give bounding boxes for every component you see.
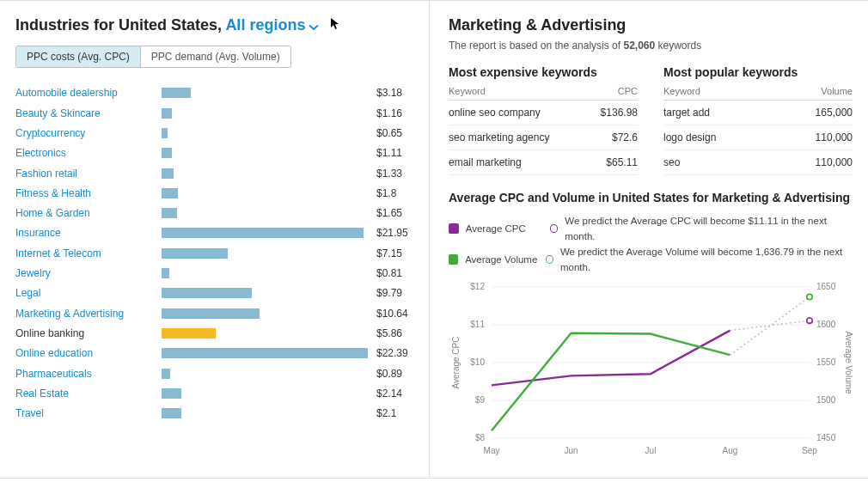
industries-heading: Industries for United States, All region… xyxy=(15,16,410,35)
bar-value: $2.1 xyxy=(376,407,396,419)
bar-fill xyxy=(162,148,172,158)
bar-value: $10.64 xyxy=(376,308,408,320)
cell-value: 165,000 xyxy=(792,107,853,119)
cursor-icon xyxy=(330,16,340,34)
bar-track xyxy=(162,126,368,140)
industry-label[interactable]: Cryptocurrency xyxy=(15,127,162,139)
industry-row[interactable]: Electronics$1.11 xyxy=(15,143,410,163)
svg-point-23 xyxy=(807,294,812,299)
legend-ring-cpc xyxy=(550,224,559,233)
svg-text:$12: $12 xyxy=(470,282,485,291)
table-row: online seo company$136.98 xyxy=(449,101,638,125)
col-keyword: Keyword xyxy=(449,86,578,96)
industry-bar-list: Automobile dealership$3.18Beauty & Skinc… xyxy=(15,83,410,424)
industry-label[interactable]: Home & Garden xyxy=(15,207,162,219)
industry-label[interactable]: Internet & Telecom xyxy=(15,247,162,259)
bar-value: $0.81 xyxy=(376,267,402,279)
tab-ppc-demand[interactable]: PPC demand (Avg. Volume) xyxy=(140,46,290,67)
svg-text:Jul: Jul xyxy=(645,446,657,455)
cell-keyword: online seo company xyxy=(449,107,578,119)
line-chart: $8$9$10$11$1214501500155016001650MayJunJ… xyxy=(449,280,853,461)
bar-value: $5.86 xyxy=(376,327,402,339)
popular-keywords-table: Most popular keywords Keyword Volume tar… xyxy=(663,65,853,175)
tab-ppc-costs[interactable]: PPC costs (Avg. CPC) xyxy=(16,46,140,67)
industry-row[interactable]: Marketing & Advertising$10.64 xyxy=(15,303,410,323)
svg-text:1600: 1600 xyxy=(816,320,836,329)
bar-fill xyxy=(162,308,260,319)
detail-title: Marketing & Advertising xyxy=(449,16,853,34)
bar-fill xyxy=(162,88,191,98)
svg-text:Aug: Aug xyxy=(723,446,738,455)
industry-row[interactable]: Insurance$21.95 xyxy=(15,223,410,243)
industry-row[interactable]: Fitness & Health$1.8 xyxy=(15,183,410,203)
table-row: seo110,000 xyxy=(663,150,853,175)
cell-keyword: email marketing xyxy=(449,156,578,168)
industry-row[interactable]: Travel$2.1 xyxy=(15,404,410,424)
bar-track xyxy=(162,146,368,160)
industry-label[interactable]: Online education xyxy=(15,347,162,359)
legend-swatch-cpc xyxy=(449,223,459,234)
bar-fill xyxy=(162,248,228,259)
cell-value: 110,000 xyxy=(792,131,853,143)
chevron-down-icon xyxy=(309,17,319,35)
industry-label[interactable]: Jewelry xyxy=(15,267,162,279)
legend-swatch-volume xyxy=(449,254,458,265)
cell-value: 110,000 xyxy=(792,156,853,168)
industry-label[interactable]: Pharmaceuticals xyxy=(15,368,162,380)
bar-fill xyxy=(162,288,252,298)
bar-fill xyxy=(162,268,169,278)
industry-row[interactable]: Pharmaceuticals$0.89 xyxy=(15,363,410,383)
bar-track xyxy=(162,186,368,200)
industry-label[interactable]: Automobile dealership xyxy=(15,87,162,99)
industry-row[interactable]: Beauty & Skincare$1.16 xyxy=(15,103,410,123)
bar-value: $21.95 xyxy=(376,227,408,239)
industry-row[interactable]: Fashion retail$1.33 xyxy=(15,163,410,183)
bar-fill xyxy=(162,128,168,138)
svg-text:$11: $11 xyxy=(470,320,485,329)
industry-label[interactable]: Fitness & Health xyxy=(15,187,162,199)
industry-row[interactable]: Jewelry$0.81 xyxy=(15,263,410,283)
popular-keywords-heading: Most popular keywords xyxy=(663,65,853,79)
industry-row[interactable]: Real Estate$2.14 xyxy=(15,383,410,403)
bar-track xyxy=(162,226,368,240)
industry-label[interactable]: Legal xyxy=(15,287,162,299)
svg-text:Sep: Sep xyxy=(802,446,817,455)
table-row: logo design110,000 xyxy=(663,125,853,150)
bar-fill xyxy=(162,388,181,399)
industry-row[interactable]: Online banking$5.86 xyxy=(15,323,410,343)
industry-row[interactable]: Online education$22.39 xyxy=(15,344,410,363)
report-summary: The report is based on the analysis of 5… xyxy=(449,40,853,52)
industry-row[interactable]: Internet & Telecom$7.15 xyxy=(15,243,410,263)
bar-value: $0.65 xyxy=(376,127,402,139)
industry-label[interactable]: Beauty & Skincare xyxy=(15,107,162,119)
industry-row[interactable]: Automobile dealership$3.18 xyxy=(15,83,410,103)
svg-text:1500: 1500 xyxy=(816,395,836,405)
cell-value: $72.6 xyxy=(578,131,638,143)
col-cpc: CPC xyxy=(578,86,638,96)
industry-label[interactable]: Electronics xyxy=(15,147,162,159)
bar-track xyxy=(162,86,368,100)
industry-row[interactable]: Cryptocurrency$0.65 xyxy=(15,123,410,143)
svg-text:1650: 1650 xyxy=(816,282,836,291)
legend-label-volume: Average Volume xyxy=(465,252,538,267)
industry-label[interactable]: Fashion retail xyxy=(15,168,162,180)
industry-label[interactable]: Online banking xyxy=(15,327,162,339)
bar-fill xyxy=(162,369,170,379)
metric-toggle: PPC costs (Avg. CPC) PPC demand (Avg. Vo… xyxy=(15,46,291,68)
industry-row[interactable]: Legal$9.79 xyxy=(15,284,410,303)
region-dropdown[interactable]: All regions xyxy=(225,16,319,34)
industry-label[interactable]: Insurance xyxy=(15,227,162,239)
bar-fill xyxy=(162,228,364,238)
svg-text:Jun: Jun xyxy=(564,446,578,455)
industry-label[interactable]: Travel xyxy=(15,407,162,419)
industry-row[interactable]: Home & Garden$1.65 xyxy=(15,204,410,223)
bar-fill xyxy=(162,108,172,119)
industry-label[interactable]: Marketing & Advertising xyxy=(15,308,162,320)
industry-label[interactable]: Real Estate xyxy=(15,387,162,400)
bar-track xyxy=(162,406,368,420)
cell-keyword: seo marketing agency xyxy=(449,131,578,143)
bar-value: $1.16 xyxy=(376,107,402,119)
table-row: email marketing$65.11 xyxy=(449,150,638,175)
svg-text:$9: $9 xyxy=(475,395,486,405)
legend-label-cpc: Average CPC xyxy=(466,221,543,236)
